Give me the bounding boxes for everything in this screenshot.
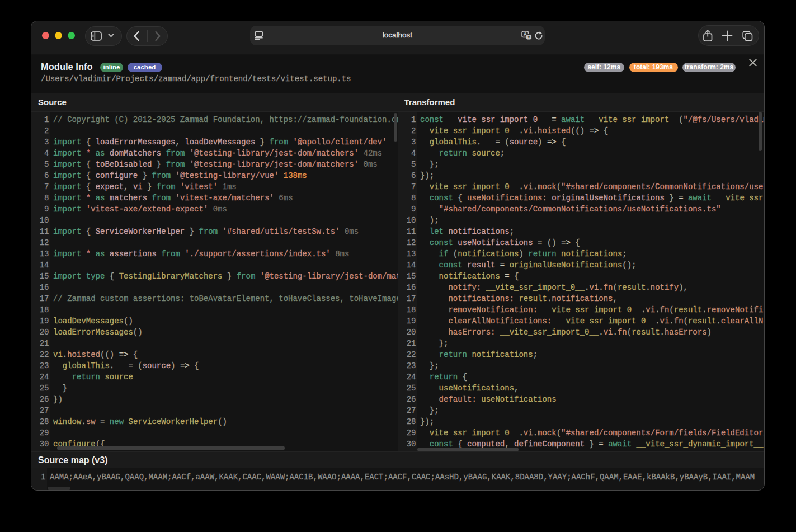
svg-text:✦: ✦ [527,35,530,40]
